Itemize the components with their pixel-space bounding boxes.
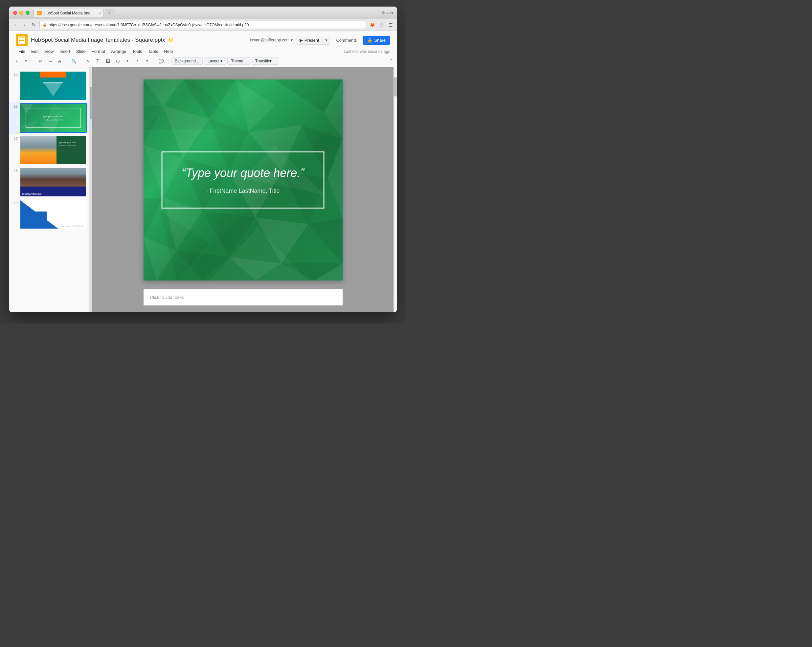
undo-button[interactable]: ↩ [36, 57, 44, 66]
slide-quote-box[interactable]: “Type your quote here.” - FirstName Last… [161, 151, 325, 209]
tab-close-icon[interactable]: ✕ [98, 12, 101, 15]
menu-arrange[interactable]: Arrange [108, 48, 129, 55]
shapes-dropdown[interactable]: ▼ [123, 57, 132, 66]
background-button[interactable]: Background... [171, 58, 203, 65]
slide-item-16[interactable]: 16 "Type your quote here." [9, 102, 89, 134]
menu-slide[interactable]: Slide [73, 48, 89, 55]
thumb-17-attribution: - FirstName LastName, Title [58, 145, 85, 146]
titlebar: G HubSpot Social Media Ima... ✕ + Kevan [9, 6, 397, 19]
titlebar-user: Kevan [382, 11, 393, 15]
slide-attribution[interactable]: - FirstName LastName, Title [179, 188, 307, 194]
menu-icon[interactable]: ☰ [387, 21, 394, 29]
close-button[interactable] [13, 11, 17, 15]
share-button[interactable]: 🔒 Share [363, 36, 390, 45]
firefox-icon[interactable]: 🦊 [369, 21, 376, 29]
slide-quote-text[interactable]: “Type your quote here.” [179, 166, 307, 181]
thumb-16-bg: "Type your quote here." - FirstName Last… [20, 104, 86, 132]
url-bar[interactable]: 🔒 https://docs.google.com/presentation/d… [40, 21, 366, 29]
slides-logo-inner [18, 37, 25, 44]
thumb-16-attribution: - FirstName LastName, Title [43, 119, 63, 121]
slide-number-19: 19 [12, 200, 18, 205]
forward-button[interactable]: › [21, 22, 27, 28]
slide-thumb-19[interactable]: Place logo or website URL here [20, 200, 87, 229]
lock-share-icon: 🔒 [367, 38, 372, 43]
right-scrollbar-thumb[interactable] [394, 77, 397, 96]
add-slide-button[interactable]: + [12, 57, 21, 66]
back-button[interactable]: ‹ [12, 22, 18, 28]
svg-marker-19 [143, 198, 163, 237]
slide-item-18[interactable]: 18 Insert a Title Here [9, 166, 89, 198]
app-top-right: kevan@bufferapp.com ▾ ▶ Present ▼ Commen… [250, 36, 390, 45]
menu-file[interactable]: File [16, 48, 28, 55]
slide-item-19[interactable]: 19 Place logo or website URL here [9, 198, 89, 230]
user-email[interactable]: kevan@bufferapp.com ▾ [250, 38, 293, 42]
shapes-tool[interactable]: ⬡ [113, 57, 122, 66]
layout-button[interactable]: Layout ▾ [204, 58, 226, 65]
toolbar-sep-4 [154, 58, 154, 64]
traffic-lights [13, 11, 29, 15]
menu-insert[interactable]: Insert [57, 48, 73, 55]
refresh-button[interactable]: ↻ [30, 22, 37, 28]
line-tool[interactable]: / [133, 57, 142, 66]
menu-format[interactable]: Format [89, 48, 108, 55]
select-tool[interactable]: ↖ [84, 57, 92, 66]
active-tab[interactable]: G HubSpot Social Media Ima... ✕ [34, 9, 104, 17]
line-dropdown[interactable]: ▼ [143, 57, 151, 66]
bookmarks-icon[interactable]: ☆ [378, 21, 385, 29]
url-text: https://docs.google.com/presentation/d/1… [49, 23, 363, 27]
slide-canvas[interactable]: “Type your quote here.” - FirstName Last… [143, 79, 343, 281]
menu-edit[interactable]: Edit [29, 48, 41, 55]
toolbar-collapse-button[interactable]: ⌃ [389, 58, 394, 64]
notes-placeholder[interactable]: Click to add notes [150, 295, 184, 300]
toolbar: + ▼ ↩ ↪ 🖨 🔍 ↖ T 🖼 ⬡ ▼ / ▼ 💬 Background..… [9, 55, 397, 67]
browser-icons: 🦊 ☆ ☰ [369, 21, 394, 29]
doc-title[interactable]: HubSpot Social Media Image Templates - S… [31, 37, 165, 43]
slide-thumb-16[interactable]: "Type your quote here." - FirstName Last… [20, 103, 87, 133]
theme-button[interactable]: Theme... [227, 58, 250, 65]
zoom-button[interactable]: 🔍 [70, 57, 78, 66]
slide-number-15: 15 [12, 71, 18, 76]
transition-button[interactable]: Transition... [252, 58, 279, 65]
toolbar-sep-1 [33, 58, 33, 64]
main-content: 15 Say something here . 16 [9, 67, 397, 312]
svg-marker-6 [235, 79, 275, 132]
menu-view[interactable]: View [42, 48, 56, 55]
text-tool[interactable]: T [94, 57, 102, 66]
lock-icon: 🔒 [43, 23, 47, 27]
thumb-15-orange-bar [40, 72, 66, 78]
toolbar-add-group: + ▼ [12, 57, 30, 66]
notes-area[interactable]: Click to add notes [143, 289, 343, 305]
thumb-17-quote: "Type your quote here." [58, 142, 85, 144]
canvas-area: “Type your quote here.” - FirstName Last… [92, 67, 394, 312]
thumb-16-quote-box: "Type your quote here." - FirstName Last… [26, 108, 81, 128]
menu-table[interactable]: Table [145, 48, 161, 55]
panel-scrollbar[interactable] [90, 87, 92, 119]
redo-button[interactable]: ↪ [46, 57, 54, 66]
folder-icon: 📁 [168, 37, 174, 43]
thumb-18-photo [20, 168, 86, 186]
menubar: File Edit View Insert Slide Format Arran… [12, 47, 394, 55]
menu-help[interactable]: Help [162, 48, 176, 55]
thumb-18-photo-inner [20, 168, 86, 186]
tab-label: HubSpot Social Media Ima... [44, 11, 94, 15]
present-label: Present [304, 38, 319, 43]
new-tab-button[interactable]: + [105, 9, 114, 17]
comment-tool[interactable]: 💬 [157, 57, 166, 66]
thumb-15-triangle [43, 82, 63, 96]
present-dropdown-arrow[interactable]: ▼ [322, 37, 330, 44]
right-scrollbar[interactable] [394, 67, 397, 312]
comments-button[interactable]: Comments [333, 36, 359, 44]
slide-thumb-18[interactable]: Insert a Title Here [20, 168, 87, 197]
slide-thumb-17[interactable]: "Type your quote here." - FirstName Last… [20, 135, 87, 165]
add-dropdown-button[interactable]: ▼ [22, 57, 30, 66]
minimize-button[interactable] [19, 11, 23, 15]
maximize-button[interactable] [26, 11, 29, 15]
image-tool[interactable]: 🖼 [104, 57, 112, 66]
present-button[interactable]: ▶ Present [296, 36, 322, 44]
slide-item-17[interactable]: 17 "Type your quote here." - FirstName L… [9, 134, 89, 166]
svg-marker-23 [308, 217, 343, 263]
print-button[interactable]: 🖨 [55, 57, 64, 66]
slide-item-15[interactable]: 15 Say something here . [9, 70, 89, 102]
slide-thumb-15[interactable]: Say something here . [20, 71, 87, 101]
menu-tools[interactable]: Tools [130, 48, 145, 55]
